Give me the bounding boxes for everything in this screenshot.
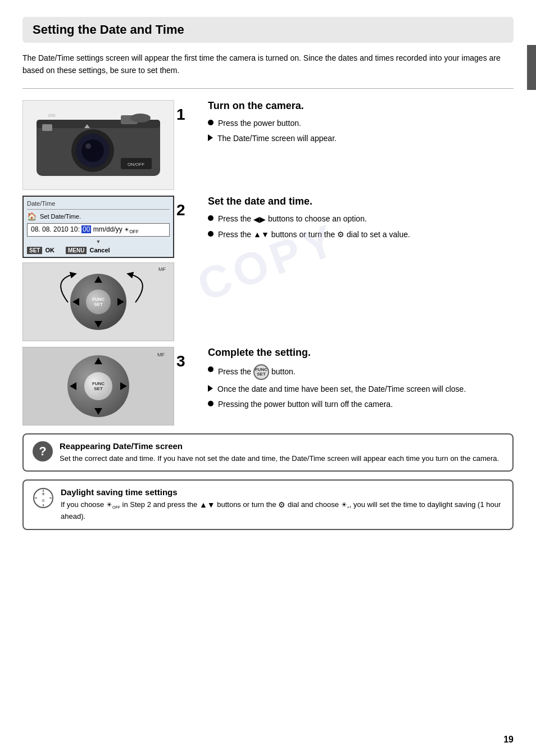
note-2-heading: Daylight saving time settings: [61, 487, 503, 497]
question-mark-icon: ?: [33, 441, 53, 461]
menu-label: MENU: [66, 247, 87, 254]
svg-point-11: [130, 114, 151, 123]
step-3-number: 3: [176, 352, 185, 370]
dst-off-icon: ☀OFF: [106, 500, 120, 511]
dt-label: Set Date/Time.: [40, 213, 81, 220]
dt-cursor-indicator: ▼: [27, 239, 170, 245]
note-2-box: ☀ 8 Daylight saving time settings If you…: [22, 479, 514, 530]
page-number: 19: [503, 735, 514, 745]
calendar-icon: 🏠: [27, 212, 37, 221]
step-2-bullet-2: Press the ▲▼ buttons or turn the ⚙ dial …: [208, 229, 410, 241]
step-2-row: Date/Time 🏠 Set Date/Time. 08. 08. 2010 …: [22, 196, 514, 341]
steps-container: COPY: [22, 100, 514, 425]
dt-highlighted-field: 00: [81, 225, 91, 233]
step-3-bullet-2-text: Once the date and time have been set, th…: [217, 383, 466, 395]
step-3-heading: Complete the setting.: [208, 347, 466, 359]
step-1-bullet-1-text: Press the power button.: [218, 117, 301, 129]
note-2-text: If you choose ☀OFF in Step 2 and press t…: [61, 499, 503, 522]
dial-arrow-right-3: [120, 382, 127, 390]
mf-label: MF: [158, 266, 166, 272]
daylight-saving-icon: ☀ 8: [33, 487, 54, 509]
step-1-heading: Turn on the camera.: [208, 100, 337, 112]
dst-on-icon: ☀+: [341, 500, 349, 511]
bullet-circle-2: [208, 215, 214, 221]
step-1-bullet-1: Press the power button.: [208, 117, 337, 129]
mf-label-3: MF: [157, 352, 165, 357]
dial-image-step2: FUNCSET MF: [22, 262, 174, 341]
step-2-bullet-2-text: Press the ▲▼ buttons or turn the ⚙ dial …: [218, 229, 410, 241]
step-2-bullet-1: Press the ◀▶ buttons to choose an option…: [208, 213, 410, 225]
bullet-circle-5: [208, 401, 214, 406]
dt-title: Date/Time: [27, 200, 170, 207]
svg-text:8: 8: [42, 498, 45, 503]
gear-icon: ⚙: [337, 229, 344, 241]
divider: [22, 88, 514, 89]
set-label: SET: [27, 247, 42, 254]
bullet-arrow-icon: [208, 134, 213, 141]
note-2-content: Daylight saving time settings If you cho…: [61, 487, 503, 522]
dial-circle2: FUNCSET: [67, 355, 129, 417]
lr-arrows-icon: ◀▶: [253, 214, 266, 225]
dt-field-row: 08. 08. 2010 10: 00 mm/dd/yy ☀OFF: [27, 223, 170, 237]
page-title: Setting the Date and Time: [22, 17, 514, 43]
right-tab: [527, 45, 536, 90]
svg-text:200: 200: [48, 113, 56, 118]
step-1-number: 1: [176, 106, 185, 124]
dt-format-text: mm/dd/yy: [91, 225, 124, 233]
step-3-bullet-3-text: Pressing the power button will turn off …: [218, 399, 393, 410]
dt-icon-row: 🏠 Set Date/Time.: [27, 212, 170, 221]
step-3-bullet-3: Pressing the power button will turn off …: [208, 399, 466, 410]
step-3-content: 3 Complete the setting. Press the FUNCSE…: [191, 347, 466, 414]
ds-svg: ☀ 8: [33, 487, 54, 509]
gear-icon-2: ⚙: [278, 499, 285, 511]
bullet-arrow-2: [208, 385, 213, 392]
camera-svg: ON/OFF 200: [31, 103, 166, 187]
dt-ok-btn: SET OK: [27, 247, 54, 253]
bullet-circle-3: [208, 231, 214, 237]
step-1-content: 1 Turn on the camera. Press the power bu…: [191, 100, 337, 148]
note-1-content: Reappearing Date/Time screen Set the cor…: [60, 441, 499, 464]
dt-date-text: 08. 08. 2010 10:: [31, 225, 81, 233]
step-2-heading: Set the date and time.: [208, 196, 410, 207]
note-1-heading: Reappearing Date/Time screen: [60, 441, 499, 451]
step-3-row: FUNCSET MF 3 Complete the setting. Press…: [22, 347, 514, 425]
note-1-box: ? Reappearing Date/Time screen Set the c…: [22, 433, 514, 472]
bullet-circle-4: [208, 366, 214, 372]
dial-arrow-bottom-3: [94, 408, 102, 415]
step-3-bullet-1: Press the FUNCSET button.: [208, 364, 466, 380]
step-2-content: 2 Set the date and time. Press the ◀▶ bu…: [191, 196, 410, 245]
dt-buttons: SET OK MENU Cancel: [27, 247, 170, 253]
step-3-bullet-1-text: Press the FUNCSET button.: [218, 364, 296, 380]
svg-point-4: [81, 139, 104, 162]
note-1-text: Set the correct date and time. If you ha…: [60, 453, 499, 464]
svg-point-5: [85, 143, 91, 149]
bullet-circle-icon: [208, 120, 214, 125]
dial-arrow-top-3: [94, 357, 102, 364]
dial-arrow-left-3: [70, 382, 76, 390]
dt-cancel-btn: MENU Cancel: [66, 247, 110, 253]
intro-text: The Date/Time settings screen will appea…: [22, 52, 514, 77]
page: Setting the Date and Time The Date/Time …: [0, 0, 536, 756]
step-2-image: Date/Time 🏠 Set Date/Time. 08. 08. 2010 …: [22, 196, 180, 341]
camera-illustration: ON/OFF 200: [22, 100, 174, 190]
datetime-screen: Date/Time 🏠 Set Date/Time. 08. 08. 2010 …: [22, 196, 174, 258]
dial-image-step3: FUNCSET MF: [22, 347, 174, 425]
step-2-bullet-1-text: Press the ◀▶ buttons to choose an option…: [218, 213, 367, 225]
dial-arrows-svg: [51, 269, 152, 336]
ud-arrows-icon: ▲▼: [253, 229, 269, 241]
step-1-bullet-2: The Date/Time screen will appear.: [208, 133, 337, 144]
dst-off-icon-screen: ☀OFF: [124, 227, 139, 233]
funcset-button-icon: FUNCSET: [253, 364, 269, 380]
svg-rect-10: [42, 124, 52, 131]
step-1-bullet-2-text: The Date/Time screen will appear.: [217, 133, 337, 144]
dial-inner2: FUNCSET: [84, 372, 112, 400]
svg-text:ON/OFF: ON/OFF: [128, 162, 144, 167]
step-2-number: 2: [176, 201, 185, 219]
step-1-image: ON/OFF 200: [22, 100, 180, 190]
step-1-row: ON/OFF 200 1 Turn on the camera.: [22, 100, 514, 190]
step-3-image: FUNCSET MF: [22, 347, 180, 425]
ud-arrows-icon-2: ▲▼: [199, 499, 215, 511]
svg-text:☀: ☀: [41, 491, 46, 497]
step-3-bullet-2: Once the date and time have been set, th…: [208, 383, 466, 395]
